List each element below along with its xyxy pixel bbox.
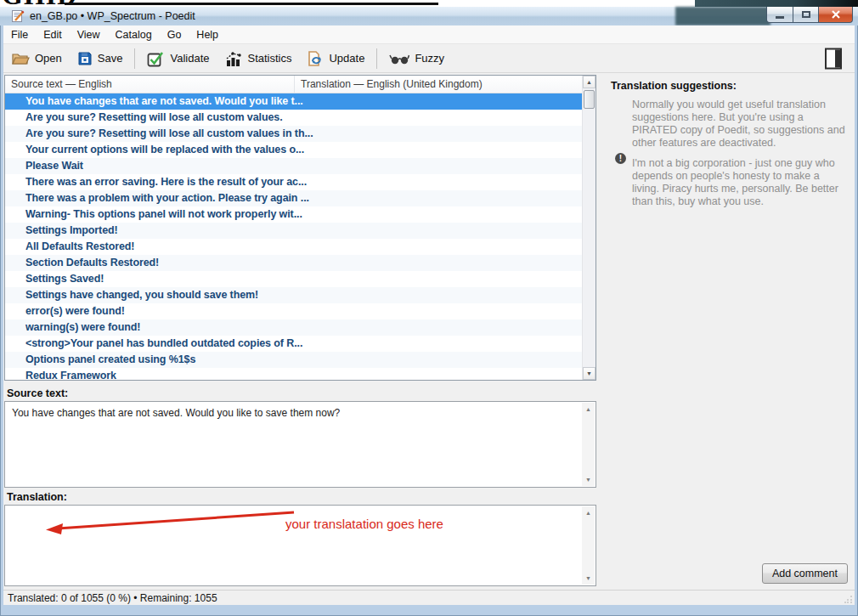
statistics-button-label: Statistics <box>247 52 291 65</box>
annotation-text: your translatation goes here <box>285 517 443 531</box>
validate-check-icon <box>147 50 165 67</box>
source-text-value: You have changes that are not saved. Wou… <box>12 407 577 420</box>
down-arrow-icon[interactable]: ▼ <box>582 573 595 584</box>
row-source-text: Options panel created using %1$s <box>25 353 195 365</box>
maximize-button[interactable] <box>793 7 819 23</box>
fuzzy-button[interactable]: Fuzzy <box>382 49 451 68</box>
source-scrollbar[interactable]: ▲ ▼ <box>582 403 595 486</box>
row-source-text: Settings Imported! <box>25 224 118 236</box>
source-text-box[interactable]: You have changes that are not saved. Wou… <box>4 401 596 488</box>
column-header-source[interactable]: Source text — English <box>5 76 295 93</box>
resize-grip-icon[interactable] <box>844 595 853 603</box>
row-source-text: Section Defaults Restored! <box>25 257 159 268</box>
exclamation-icon: ! <box>615 153 626 164</box>
list-item[interactable]: Your current options will be replaced wi… <box>5 142 582 158</box>
list-item[interactable]: Options panel created using %1$s <box>5 352 582 368</box>
add-comment-button[interactable]: Add comment <box>762 563 848 584</box>
row-source-text: Your current options will be replaced wi… <box>25 144 304 155</box>
row-source-text: Settings have changed, you should save t… <box>25 289 258 301</box>
list-item[interactable]: error(s) were found! <box>5 303 582 319</box>
row-source-text: There was an error saving. Here is the r… <box>25 176 307 188</box>
translation-label: Translation: <box>7 491 67 503</box>
menu-item[interactable]: View <box>70 25 108 43</box>
minimize-button[interactable] <box>766 7 793 23</box>
toolbar: Open Save Validate <box>3 44 855 73</box>
source-text-label: Source text: <box>7 387 68 399</box>
toolbar-separator <box>376 48 377 69</box>
column-header-translation[interactable]: Translation — English (United Kingdom) <box>295 76 582 93</box>
open-folder-icon <box>11 51 30 65</box>
row-source-text: Are you sure? Resetting will lose all cu… <box>25 111 283 123</box>
row-source-text: Are you sure? Resetting will lose all cu… <box>25 127 313 139</box>
suggestions-note-1: Normally you would get useful translatio… <box>632 99 848 150</box>
row-source-text: Redux Framework <box>25 370 116 380</box>
maximize-icon <box>802 11 810 18</box>
update-button[interactable]: Update <box>300 48 371 70</box>
list-item[interactable]: You have changes that are not saved. Wou… <box>5 93 582 110</box>
list-item[interactable]: Warning- This options panel will not wor… <box>5 206 582 223</box>
statistics-button[interactable]: Statistics <box>217 48 298 70</box>
menu-item[interactable]: Help <box>189 25 226 43</box>
down-arrow-icon: ▼ <box>586 370 592 376</box>
row-source-text: You have changes that are not saved. Wou… <box>25 95 303 107</box>
desktop-dark-patch <box>695 0 858 7</box>
poedit-app-icon <box>11 9 25 23</box>
row-source-text: All Defaults Restored! <box>25 240 134 252</box>
validate-button[interactable]: Validate <box>140 48 216 70</box>
list-item[interactable]: Redux Framework <box>5 368 582 380</box>
list-item[interactable]: There was an error saving. Here is the r… <box>5 174 582 190</box>
scroll-up-button[interactable]: ▲ <box>583 76 596 88</box>
desktop-artifact-line <box>65 3 438 5</box>
row-source-text: Please Wait <box>25 160 83 172</box>
statistics-chart-icon <box>224 50 242 67</box>
poedit-window: en_GB.po • WP_Spectrum - Poedit FileEdit… <box>0 7 858 616</box>
list-item[interactable]: <strong>Your panel has bundled outdated … <box>5 336 582 352</box>
row-source-text: warning(s) were found! <box>25 321 140 333</box>
list-item[interactable]: Are you sure? Resetting will lose all cu… <box>5 126 582 142</box>
translation-input-box[interactable]: your translatation goes here ▲ ▼ <box>4 505 596 586</box>
validate-button-label: Validate <box>170 52 209 65</box>
sidebar-panel-icon <box>824 48 844 70</box>
sidebar-toggle-button[interactable] <box>824 48 844 70</box>
window-controls <box>766 7 853 23</box>
message-list: You have changes that are not saved. Wou… <box>5 93 582 380</box>
menu-item[interactable]: File <box>3 25 36 43</box>
down-arrow-icon[interactable]: ▼ <box>582 474 595 485</box>
list-item[interactable]: Settings Saved! <box>5 271 582 287</box>
list-item[interactable]: Settings Imported! <box>5 223 582 239</box>
list-item[interactable]: Please Wait <box>5 158 582 174</box>
menu-item[interactable]: Go <box>160 25 189 43</box>
close-button[interactable] <box>819 7 853 23</box>
list-item[interactable]: Settings have changed, you should save t… <box>5 287 582 303</box>
title-bar[interactable]: en_GB.po • WP_Spectrum - Poedit <box>0 7 858 25</box>
menu-item[interactable]: Catalog <box>108 25 160 43</box>
list-item[interactable]: Section Defaults Restored! <box>5 255 582 271</box>
close-icon <box>831 10 841 19</box>
fuzzy-glasses-icon <box>389 52 409 65</box>
scrollbar-thumb[interactable] <box>584 90 595 109</box>
up-arrow-icon: ▲ <box>586 79 592 85</box>
list-item[interactable]: All Defaults Restored! <box>5 239 582 255</box>
row-source-text: error(s) were found! <box>25 305 125 317</box>
aero-glass-blur-patch <box>675 7 771 25</box>
list-item[interactable]: There was a problem with your action. Pl… <box>5 190 582 206</box>
up-arrow-icon[interactable]: ▲ <box>582 507 595 518</box>
row-source-text: Settings Saved! <box>25 273 104 285</box>
translation-scrollbar[interactable]: ▲ ▼ <box>582 506 595 585</box>
list-scrollbar[interactable]: ▲ ▼ <box>582 76 596 380</box>
message-list-panel: Source text — English Translation — Engl… <box>4 75 596 381</box>
scroll-down-button[interactable]: ▼ <box>583 367 596 380</box>
save-button[interactable]: Save <box>71 48 130 69</box>
open-button-label: Open <box>35 52 62 65</box>
minimize-icon <box>776 16 784 19</box>
fuzzy-button-label: Fuzzy <box>415 52 444 65</box>
save-floppy-icon <box>77 51 93 66</box>
list-item[interactable]: warning(s) were found! <box>5 319 582 336</box>
list-item[interactable]: Are you sure? Resetting will lose all cu… <box>5 110 582 126</box>
row-source-text: <strong>Your panel has bundled outdated … <box>25 337 302 349</box>
menu-item[interactable]: Edit <box>36 25 70 43</box>
update-button-label: Update <box>329 52 364 65</box>
up-arrow-icon[interactable]: ▲ <box>582 404 595 415</box>
open-button[interactable]: Open <box>4 48 69 68</box>
window-title: en_GB.po • WP_Spectrum - Poedit <box>30 10 195 22</box>
